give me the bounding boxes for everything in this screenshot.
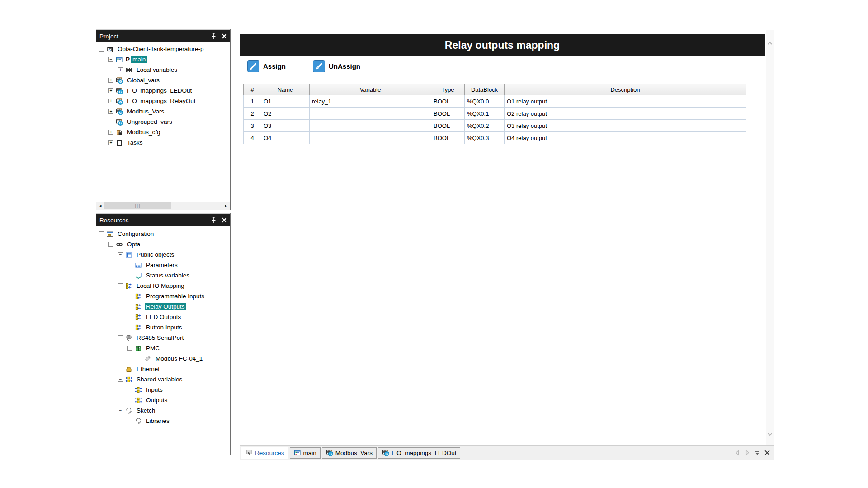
table-row[interactable]: 1O1relay_1BOOL%QX0.0O1 relay output [244, 95, 746, 108]
cell-index[interactable]: 1 [244, 95, 261, 108]
collapse-icon[interactable]: − [108, 242, 113, 247]
collapse-icon[interactable]: − [118, 408, 123, 413]
close-icon[interactable] [221, 33, 227, 39]
unassign-button[interactable]: UnAssign [313, 60, 360, 72]
cell-description[interactable]: O3 relay output [505, 120, 746, 132]
tree-item-status-variables[interactable]: Status variables [96, 270, 230, 281]
tree-item-ungrouped-vars[interactable]: GUngrouped_vars [96, 117, 230, 127]
tab-resources[interactable]: Resources [241, 447, 288, 459]
io-icon [125, 282, 133, 290]
cell-variable[interactable]: relay_1 [310, 95, 431, 108]
collapse-icon[interactable]: − [118, 377, 123, 382]
project-horizontal-scrollbar[interactable]: ◄ ||| ► [96, 202, 230, 210]
tree-item-main[interactable]: −Pmain [96, 54, 230, 65]
tree-item-tasks[interactable]: +Tasks [96, 137, 230, 148]
tree-item-outputs[interactable]: Outputs [96, 395, 230, 405]
expand-icon[interactable]: + [108, 140, 113, 145]
table-row[interactable]: 2O2BOOL%QX0.1O2 relay output [244, 108, 746, 120]
cell-datablock[interactable]: %QX0.3 [465, 132, 505, 144]
prev-tab-icon[interactable] [734, 450, 741, 456]
cell-description[interactable]: O4 relay output [505, 132, 746, 144]
collapse-icon[interactable]: − [99, 231, 104, 236]
cell-name[interactable]: O2 [261, 108, 310, 120]
cell-type[interactable]: BOOL [431, 132, 465, 144]
assign-button[interactable]: Assign [247, 60, 286, 72]
table-row[interactable]: 4O4BOOL%QX0.3O4 relay output [244, 132, 746, 144]
tree-item-modbus-fc-04-1[interactable]: Modbus FC-04_1 [96, 353, 230, 364]
cell-variable[interactable] [310, 120, 431, 132]
tab-i-o-mappings-ledout[interactable]: GI_O_mappings_LEDOut [378, 447, 460, 459]
expand-icon[interactable]: + [118, 67, 123, 72]
collapse-icon[interactable]: − [127, 346, 132, 351]
tree-item-modbus-cfg[interactable]: +Modbus_cfg [96, 127, 230, 137]
tree-item-sketch[interactable]: −Sketch [96, 405, 230, 416]
tree-item-rs485-serialport[interactable]: −RS485 SerialPort [96, 333, 230, 343]
close-icon[interactable] [221, 217, 227, 223]
pin-icon[interactable] [211, 217, 217, 223]
tree-item-i-o-mappings-ledout[interactable]: +GI_O_mappings_LEDOut [96, 85, 230, 96]
cell-datablock[interactable]: %QX0.1 [465, 108, 505, 120]
scrollbar-thumb[interactable]: ||| [104, 202, 171, 209]
grid-g-icon: G [116, 108, 123, 115]
tree-item-button-inputs[interactable]: Button Inputs [96, 322, 230, 333]
tree-item-opta[interactable]: −Opta [96, 239, 230, 249]
collapse-icon[interactable]: − [99, 47, 104, 52]
tree-item-configuration[interactable]: −Configuration [96, 229, 230, 239]
cell-datablock[interactable]: %QX0.2 [465, 120, 505, 132]
scroll-left-icon[interactable]: ◄ [96, 202, 104, 209]
expand-icon[interactable]: + [108, 99, 113, 103]
chevron-up-icon[interactable] [767, 40, 773, 47]
cell-type[interactable]: BOOL [431, 120, 465, 132]
cell-name[interactable]: O1 [261, 95, 310, 108]
tab-label: main [303, 450, 316, 456]
expand-icon[interactable]: + [108, 130, 113, 135]
cell-datablock[interactable]: %QX0.0 [465, 95, 505, 108]
close-document-icon[interactable] [764, 450, 770, 456]
io-icon [135, 314, 142, 321]
tab-modbus-vars[interactable]: GModbus_Vars [322, 447, 377, 459]
tree-item-global-vars[interactable]: +GGlobal_vars [96, 75, 230, 85]
cell-type[interactable]: BOOL [431, 108, 465, 120]
cell-index[interactable]: 3 [244, 120, 261, 132]
chevron-down-icon[interactable] [767, 431, 773, 438]
expand-icon[interactable]: + [108, 109, 113, 114]
tree-item-relay-outputs[interactable]: Relay Outputs [96, 301, 230, 312]
tree-item-shared-variables[interactable]: −Shared variables [96, 374, 230, 385]
serial-icon [125, 334, 133, 342]
pin-icon[interactable] [211, 33, 217, 39]
tab-main[interactable]: main [290, 447, 321, 459]
tree-item-local-variables[interactable]: +Local variables [96, 65, 230, 75]
cell-index[interactable]: 4 [244, 132, 261, 144]
collapse-icon[interactable]: − [118, 252, 123, 257]
tree-item-ethernet[interactable]: Ethernet [96, 364, 230, 374]
collapse-icon[interactable]: − [108, 57, 113, 62]
vertical-scrollbar[interactable] [766, 30, 774, 445]
tree-item-i-o-mappings-relayout[interactable]: +GI_O_mappings_RelayOut [96, 96, 230, 106]
tab-menu-icon[interactable] [754, 450, 760, 456]
cell-name[interactable]: O4 [261, 132, 310, 144]
cell-description[interactable]: O2 relay output [505, 108, 746, 120]
tree-item-inputs[interactable]: Inputs [96, 385, 230, 395]
tree-item-pmc[interactable]: −PMC [96, 343, 230, 353]
cell-description[interactable]: O1 relay output [505, 95, 746, 108]
cell-variable[interactable] [310, 132, 431, 144]
tree-item-opta-client-tank-temperature-p[interactable]: −Opta-Client-Tank-temperature-p [96, 44, 230, 54]
cell-type[interactable]: BOOL [431, 95, 465, 108]
collapse-icon[interactable]: − [118, 335, 123, 340]
tree-item-libraries[interactable]: Libraries [96, 416, 230, 426]
tree-item-modbus-vars[interactable]: +GModbus_Vars [96, 106, 230, 117]
tree-item-parameters[interactable]: Parameters [96, 260, 230, 270]
expand-icon[interactable]: + [108, 78, 113, 83]
tree-item-public-objects[interactable]: −Public objects [96, 249, 230, 260]
cell-name[interactable]: O3 [261, 120, 310, 132]
table-row[interactable]: 3O3BOOL%QX0.2O3 relay output [244, 120, 746, 132]
tree-item-local-io-mapping[interactable]: −Local IO Mapping [96, 281, 230, 291]
collapse-icon[interactable]: − [118, 283, 123, 288]
tree-item-programmable-inputs[interactable]: Programmable Inputs [96, 291, 230, 301]
cell-variable[interactable] [310, 108, 431, 120]
tree-item-led-outputs[interactable]: LED Outputs [96, 312, 230, 322]
scroll-right-icon[interactable]: ► [222, 202, 230, 209]
expand-icon[interactable]: + [108, 88, 113, 93]
cell-index[interactable]: 2 [244, 108, 261, 120]
next-tab-icon[interactable] [744, 450, 750, 456]
